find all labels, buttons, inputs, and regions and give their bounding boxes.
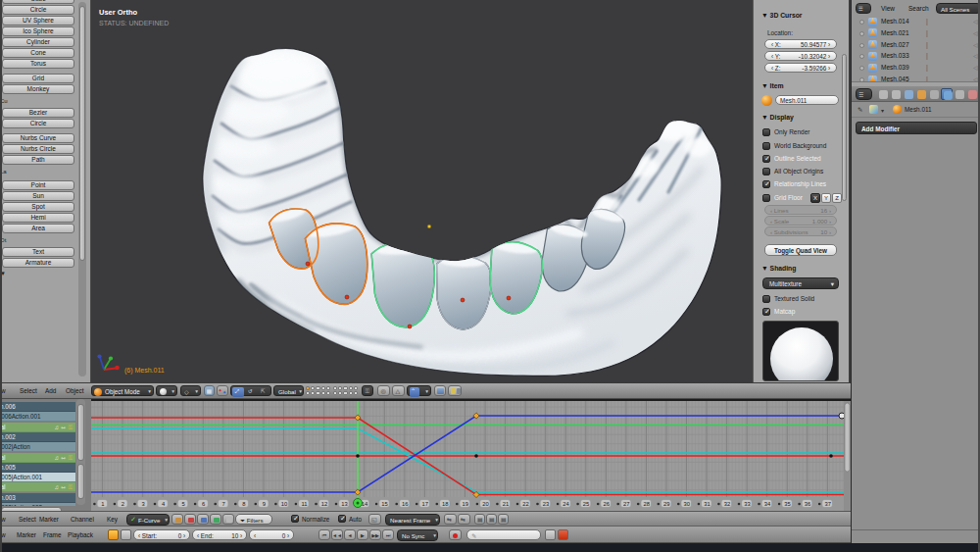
svg-text:18: 18 (442, 501, 448, 507)
svg-text:30: 30 (684, 501, 690, 507)
svg-text:35: 35 (784, 501, 790, 507)
svg-text:31: 31 (704, 501, 710, 507)
svg-text:11: 11 (301, 501, 307, 507)
svg-text:37: 37 (824, 501, 830, 507)
svg-text:33: 33 (744, 501, 750, 507)
svg-text:21: 21 (503, 501, 509, 507)
svg-text:2: 2 (122, 501, 124, 507)
svg-text:22: 22 (522, 501, 528, 507)
svg-text:26: 26 (603, 501, 609, 507)
svg-text:1: 1 (101, 501, 104, 507)
svg-text:9: 9 (263, 501, 266, 507)
svg-text:14: 14 (362, 501, 368, 507)
svg-text:6: 6 (202, 501, 205, 507)
svg-text:17: 17 (421, 501, 427, 507)
svg-text:12: 12 (321, 501, 327, 507)
svg-text:16: 16 (402, 501, 408, 507)
svg-text:15: 15 (381, 501, 387, 507)
svg-text:3: 3 (141, 501, 144, 507)
svg-text:27: 27 (623, 501, 629, 507)
svg-text:29: 29 (663, 501, 669, 507)
svg-text:10: 10 (281, 501, 287, 507)
svg-text:19: 19 (463, 501, 468, 507)
svg-text:32: 32 (724, 501, 730, 507)
svg-text:28: 28 (644, 501, 650, 507)
svg-text:5: 5 (181, 501, 184, 507)
svg-text:20: 20 (482, 501, 488, 507)
svg-text:7: 7 (222, 501, 225, 507)
svg-text:13: 13 (341, 501, 347, 507)
svg-text:25: 25 (583, 501, 589, 507)
svg-text:8: 8 (242, 501, 245, 507)
svg-text:24: 24 (563, 501, 569, 507)
svg-text:34: 34 (764, 501, 771, 507)
svg-text:23: 23 (543, 501, 549, 507)
svg-text:36: 36 (805, 501, 810, 507)
